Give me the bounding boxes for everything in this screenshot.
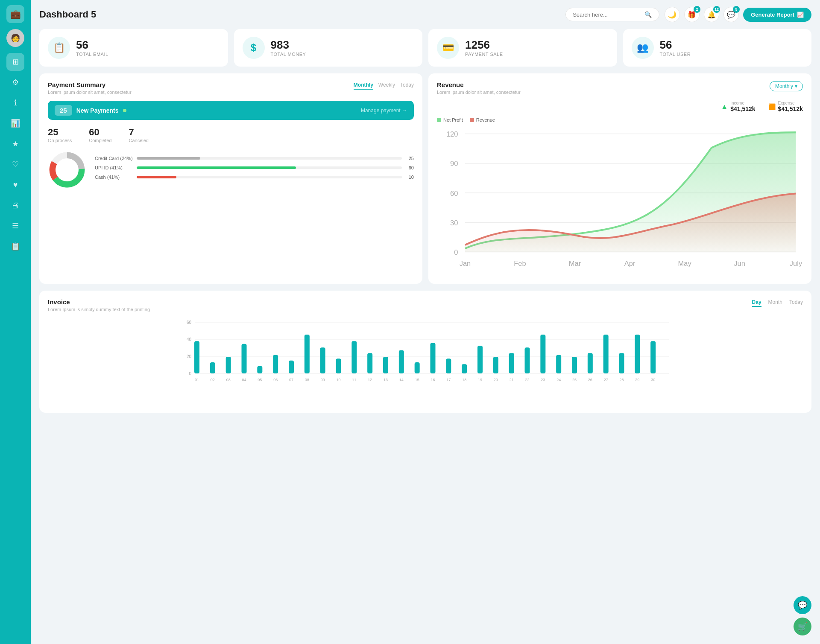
svg-text:90: 90 — [450, 160, 458, 167]
monthly-label: Monthly — [775, 83, 793, 89]
tab-today-payment[interactable]: Today — [400, 81, 414, 90]
email-label: TOTAL EMAIL — [76, 52, 108, 57]
x-label-17: 17 — [446, 378, 451, 382]
sidebar-item-chart[interactable]: 📊 — [6, 114, 24, 132]
svg-text:40: 40 — [187, 337, 192, 342]
bar-12 — [367, 353, 372, 373]
search-input[interactable] — [573, 12, 641, 18]
payment-icon: 💳 — [437, 37, 459, 59]
tab-today-invoice[interactable]: Today — [789, 298, 803, 307]
chat-badge: 5 — [733, 6, 740, 13]
header: Dashboard 5 🔍 🌙 🎁 2 🔔 12 💬 5 Generate Re — [39, 7, 811, 22]
chat-btn[interactable]: 💬 5 — [723, 7, 739, 22]
revenue-header: Revenue Lorem ipsum dolor sit amet, cons… — [437, 81, 803, 95]
bell-btn[interactable]: 🔔 12 — [704, 7, 719, 22]
x-label-23: 23 — [541, 378, 545, 382]
x-label-29: 29 — [635, 378, 639, 382]
cart-icon: 🛒 — [798, 622, 807, 631]
upi-fill — [137, 166, 296, 169]
invoice-header: Invoice Lorem Ipsum is simply dummy text… — [48, 298, 803, 312]
expense-meta: 🟧 Expense $41,512k — [768, 101, 803, 112]
bar-cash: Cash (41%) 10 — [95, 175, 414, 180]
payment-number: 1256 — [465, 39, 503, 50]
svg-text:120: 120 — [446, 130, 458, 138]
svg-point-4 — [57, 160, 77, 180]
sidebar-item-doc[interactable]: 📋 — [6, 237, 24, 255]
revenue-legend-item: Revenue — [470, 117, 495, 122]
middle-row: Payment Summary Lorem ipsum dolor sit am… — [39, 73, 811, 284]
bar-16 — [430, 343, 436, 374]
ps-on-process-num: 25 — [48, 127, 72, 138]
payment-method-bars: Credit Card (24%) 25 UPI ID (41%) 60 — [95, 156, 414, 184]
tab-day-invoice[interactable]: Day — [752, 298, 761, 307]
x-label-02: 02 — [211, 378, 215, 382]
money-icon: $ — [243, 37, 265, 59]
expense-label: Expense — [778, 101, 803, 105]
invoice-subtitle: Lorem Ipsum is simply dummy text of the … — [48, 307, 150, 312]
generate-label: Generate Report — [751, 12, 794, 18]
revenue-monthly-btn[interactable]: Monthly ▾ — [770, 81, 803, 91]
svg-text:May: May — [678, 259, 692, 267]
sidebar-logo[interactable]: 💼 — [6, 5, 24, 23]
cash-fill — [137, 176, 176, 178]
bar-24 — [556, 355, 561, 373]
bar-30 — [650, 341, 656, 373]
search-bar[interactable]: 🔍 — [565, 8, 659, 21]
email-icon: 📋 — [48, 37, 70, 59]
theme-toggle-btn[interactable]: 🌙 — [665, 7, 680, 22]
x-label-04: 04 — [242, 378, 246, 382]
avatar[interactable]: 🧑 — [6, 29, 24, 47]
revenue-card: Revenue Lorem ipsum dolor sit amet, cons… — [428, 73, 811, 284]
sidebar-item-print[interactable]: 🖨 — [6, 196, 24, 214]
bar-15 — [415, 362, 420, 373]
credit-card-label: Credit Card (24%) — [95, 156, 133, 161]
sidebar-item-star[interactable]: ★ — [6, 135, 24, 153]
credit-card-fill — [137, 157, 200, 160]
sidebar-item-dashboard[interactable]: ⊞ — [6, 53, 24, 71]
bar-23 — [540, 335, 545, 373]
ps-on-process: 25 On process — [48, 127, 72, 143]
x-label-20: 20 — [494, 378, 498, 382]
svg-text:Feb: Feb — [514, 259, 526, 267]
bar-credit-card: Credit Card (24%) 25 — [95, 156, 414, 161]
tab-weekly-payment[interactable]: Weekly — [378, 81, 395, 90]
manage-payment-link[interactable]: Manage payment → — [361, 108, 407, 114]
ps-canceled: 7 Canceled — [129, 127, 148, 143]
x-label-28: 28 — [619, 378, 624, 382]
sidebar-item-info[interactable]: ℹ — [6, 94, 24, 112]
sidebar-item-list[interactable]: ☰ — [6, 217, 24, 235]
invoice-bar-chart: 60 40 20 0 01020304050607080910111213141… — [48, 318, 803, 403]
cash-track — [137, 176, 402, 178]
sidebar-item-heart2[interactable]: ♥ — [6, 176, 24, 194]
tab-monthly-payment[interactable]: Monthly — [354, 81, 373, 90]
x-label-19: 19 — [478, 378, 482, 382]
invoice-title: Invoice — [48, 298, 150, 306]
bar-28 — [619, 353, 624, 373]
revenue-dot — [470, 118, 474, 122]
stats-row: 📋 56 TOTAL EMAIL $ 983 TOTAL MONEY 💳 125… — [39, 29, 811, 67]
x-label-21: 21 — [510, 378, 514, 382]
sidebar-item-heart1[interactable]: ♡ — [6, 155, 24, 173]
bar-11 — [351, 341, 357, 373]
gift-btn[interactable]: 🎁 2 — [684, 7, 700, 22]
bar-10 — [336, 358, 341, 373]
tab-month-invoice[interactable]: Month — [768, 298, 782, 307]
svg-text:Mar: Mar — [569, 259, 581, 267]
user-icon: 👥 — [632, 37, 654, 59]
chevron-down-icon: ▾ — [795, 83, 797, 89]
payment-stats: 25 On process 60 Completed 7 Canceled — [48, 127, 414, 143]
invoice-tabs: Day Month Today — [752, 298, 803, 307]
search-icon[interactable]: 🔍 — [644, 11, 652, 18]
ps-completed: 60 Completed — [89, 127, 111, 143]
bar-25 — [572, 357, 577, 373]
ps-canceled-label: Canceled — [129, 138, 148, 143]
credit-card-val: 25 — [405, 156, 414, 161]
revenue-chart: 120 90 60 30 0 — [437, 127, 803, 274]
support-float-btn[interactable]: 💬 — [794, 596, 811, 614]
cart-float-btn[interactable]: 🛒 — [794, 618, 811, 635]
sidebar-item-settings[interactable]: ⚙ — [6, 73, 24, 91]
payment-summary-title: Payment Summary — [48, 81, 132, 88]
bar-13 — [383, 357, 388, 373]
generate-report-button[interactable]: Generate Report 📈 — [743, 8, 811, 22]
bar-upi: UPI ID (41%) 60 — [95, 165, 414, 170]
